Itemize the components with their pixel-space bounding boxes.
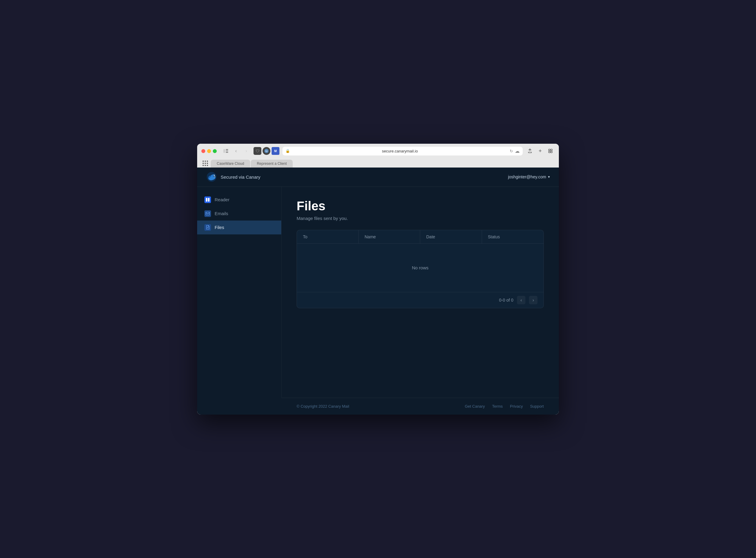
footer-link-terms[interactable]: Terms bbox=[492, 404, 503, 409]
page-subtitle: Manage files sent by you. bbox=[297, 216, 544, 221]
browser-actions: + bbox=[526, 147, 555, 155]
browser-nav: ‹ › bbox=[222, 147, 250, 155]
files-icon bbox=[204, 224, 211, 231]
svg-rect-10 bbox=[551, 151, 552, 153]
browser-tabs-bar: CaseWare Cloud Represent a Client bbox=[201, 158, 555, 168]
shield-extension-icon[interactable]: 🛡 bbox=[253, 147, 261, 155]
cloud-icon: ☁ bbox=[515, 148, 520, 154]
sidebar-item-files[interactable]: Files bbox=[197, 221, 281, 234]
emails-icon bbox=[204, 210, 211, 217]
svg-rect-17 bbox=[206, 212, 210, 215]
table-footer: 0-0 of 0 ‹ › bbox=[297, 292, 543, 308]
main-layout: Reader Emails Files Files M bbox=[197, 187, 559, 398]
share-button[interactable] bbox=[526, 147, 534, 155]
svg-text:N: N bbox=[266, 150, 268, 153]
lock-icon: 🔒 bbox=[286, 149, 290, 153]
minimize-button[interactable] bbox=[207, 149, 211, 153]
ext2-icon[interactable]: M bbox=[272, 147, 279, 155]
close-button[interactable] bbox=[201, 149, 205, 153]
svg-rect-0 bbox=[223, 149, 225, 153]
footer-links: Get Canary Terms Privacy Support bbox=[465, 404, 544, 409]
column-name: Name bbox=[359, 230, 420, 244]
page-title: Files bbox=[297, 199, 544, 213]
table-header: To Name Date Status bbox=[297, 230, 543, 244]
tabs-overview-button[interactable] bbox=[546, 147, 555, 155]
svg-rect-3 bbox=[226, 152, 228, 153]
footer-copyright: © Copyright 2022 Canary Mail bbox=[297, 404, 349, 409]
main-content-area: Files Manage files sent by you. To Name … bbox=[282, 187, 559, 398]
footer-link-support[interactable]: Support bbox=[530, 404, 544, 409]
back-button[interactable]: ‹ bbox=[232, 147, 240, 155]
new-tab-button[interactable]: + bbox=[536, 147, 544, 155]
pagination-prev-button[interactable]: ‹ bbox=[517, 296, 526, 304]
tab-caseware[interactable]: CaseWare Cloud bbox=[211, 160, 250, 168]
svg-point-14 bbox=[214, 175, 215, 175]
svg-rect-1 bbox=[226, 149, 228, 150]
pagination-next-button[interactable]: › bbox=[529, 296, 537, 304]
column-status: Status bbox=[482, 230, 544, 244]
svg-rect-7 bbox=[548, 149, 550, 151]
svg-rect-8 bbox=[551, 149, 552, 151]
browser-extensions: 🛡 N M bbox=[253, 147, 279, 155]
app-header: Secured via Canary joshginter@hey.com ▾ bbox=[197, 168, 559, 187]
app-name-text: Secured via Canary bbox=[221, 174, 261, 180]
app-content: Secured via Canary joshginter@hey.com ▾ … bbox=[197, 168, 559, 414]
sidebar-toggle-button[interactable] bbox=[222, 147, 230, 155]
pagination-info: 0-0 of 0 bbox=[499, 298, 513, 303]
svg-rect-2 bbox=[226, 151, 228, 151]
app-footer: © Copyright 2022 Canary Mail Get Canary … bbox=[282, 398, 559, 414]
table-body: No rows bbox=[297, 244, 543, 292]
svg-text:M: M bbox=[274, 149, 277, 153]
sidebar-item-emails-label: Emails bbox=[215, 211, 228, 216]
browser-chrome: ‹ › 🛡 N M 🔒 secure.canarymail.io ↻ ☁ bbox=[197, 144, 559, 168]
tab-represent[interactable]: Represent a Client bbox=[251, 160, 293, 168]
address-bar[interactable]: 🔒 secure.canarymail.io ↻ ☁ bbox=[283, 147, 523, 155]
column-to: To bbox=[297, 230, 359, 244]
no-rows-message: No rows bbox=[412, 265, 428, 270]
traffic-lights bbox=[201, 149, 217, 153]
svg-rect-9 bbox=[548, 151, 550, 153]
apps-grid-icon[interactable] bbox=[202, 160, 208, 166]
ext1-icon[interactable]: N bbox=[263, 147, 270, 155]
sidebar-item-files-label: Files bbox=[215, 225, 224, 230]
maximize-button[interactable] bbox=[213, 149, 217, 153]
canary-logo-icon bbox=[206, 172, 217, 182]
user-menu[interactable]: joshginter@hey.com ▾ bbox=[508, 174, 550, 179]
browser-window: ‹ › 🛡 N M 🔒 secure.canarymail.io ↻ ☁ bbox=[197, 144, 559, 414]
footer-link-privacy[interactable]: Privacy bbox=[510, 404, 523, 409]
files-table: To Name Date Status No rows 0-0 of 0 ‹ › bbox=[297, 230, 544, 308]
reload-icon[interactable]: ↻ bbox=[510, 149, 513, 153]
chevron-down-icon: ▾ bbox=[548, 175, 550, 179]
sidebar-item-emails[interactable]: Emails bbox=[197, 207, 281, 221]
svg-rect-16 bbox=[208, 198, 210, 202]
svg-rect-15 bbox=[206, 198, 208, 202]
app-logo: Secured via Canary bbox=[206, 172, 261, 182]
sidebar-item-reader[interactable]: Reader bbox=[197, 193, 281, 207]
sidebar-item-reader-label: Reader bbox=[215, 197, 229, 202]
url-text: secure.canarymail.io bbox=[292, 149, 508, 153]
footer-link-get-canary[interactable]: Get Canary bbox=[465, 404, 485, 409]
column-date: Date bbox=[420, 230, 482, 244]
user-email-text: joshginter@hey.com bbox=[508, 174, 546, 179]
sidebar: Reader Emails Files bbox=[197, 187, 282, 398]
reader-icon bbox=[204, 197, 211, 203]
forward-button[interactable]: › bbox=[242, 147, 250, 155]
